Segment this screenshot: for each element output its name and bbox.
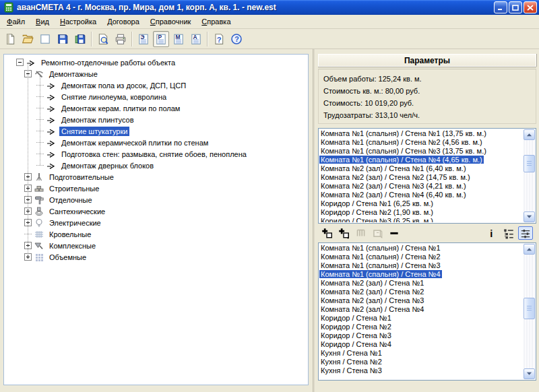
list-item[interactable]: Коридор / Стена №2 (1,90 кв. м.) [319,208,524,217]
tree-node-label[interactable]: Демонтажные [47,69,100,79]
tree-node-label[interactable]: Снятие линолеума, ковролина [59,92,168,102]
tree-work-item[interactable]: Демонтаж керам. плитки по полам [4,102,308,114]
scrollbar-thumb[interactable] [524,155,535,172]
tree-work-item[interactable]: Подготовка стен: размывка, снятие обоев,… [4,148,308,160]
menu-файл[interactable]: Файл [1,15,30,28]
menu-вид[interactable]: Вид [30,15,55,28]
list-item[interactable]: Комната №1 (спальня) / Стена №4 (4,65 кв… [319,156,524,164]
tree-category-комплексные[interactable]: Комплексные [4,240,308,251]
list-item[interactable]: Коридор / Стена №3 [319,331,524,340]
tree-node-label[interactable]: Снятие штукатурки [59,127,129,136]
print-preview-icon[interactable] [95,31,111,47]
new-document-icon[interactable] [2,31,18,47]
parameters-toggle-button[interactable] [518,226,533,240]
list-item[interactable]: Коридор / Стена №1 [319,314,524,323]
panel-splitter[interactable] [309,54,318,385]
tree-node-label[interactable]: Сантехнические [47,207,107,216]
tree-node-label[interactable]: Демонтаж керам. плитки по полам [59,104,182,113]
menu-настройка[interactable]: Настройка [55,15,102,28]
tree-work-item[interactable]: Демонтаж керамической плитки по стенам [4,137,308,148]
tree-node-label[interactable]: Демонтаж пола из досок, ДСП, ЦСП [59,81,188,90]
list-item[interactable]: Комната №2 (зал) / Стена №1 (6,40 кв. м.… [319,164,524,173]
tree-category-кровельные[interactable]: Кровельные [4,228,308,240]
save-icon[interactable] [55,31,71,47]
tree-node-label[interactable]: Подготовка стен: размывка, снятие обоев,… [59,150,249,159]
print-icon[interactable] [113,31,129,47]
tree-node-label[interactable]: Электрические [47,218,103,228]
list-item[interactable]: Коридор / Стена №4 [319,340,524,349]
close-button[interactable] [524,1,537,13]
help-icon[interactable]: ? [211,31,227,47]
tree-work-item[interactable]: Демонтаж плинтусов [4,114,308,125]
add-item-button[interactable] [319,226,334,240]
maximize-button[interactable] [509,1,522,13]
doc-e-button[interactable]: Э [135,31,152,47]
properties-list-button[interactable] [501,226,516,240]
list-item[interactable]: Комната №2 (зал) / Стена №2 [319,288,524,296]
scroll-up-icon[interactable] [524,244,535,255]
list-item[interactable]: Комната №1 (спальня) / Стена №2 [319,253,524,261]
list-item[interactable]: Комната №1 (спальня) / Стена №2 (4,56 кв… [319,138,524,147]
tree-category-строительные[interactable]: Строительные [4,183,308,194]
open-folder-icon[interactable] [20,31,36,47]
rooms-listbox[interactable]: Комната №1 (спальня) / Стена №1Комната №… [318,242,536,381]
list-item[interactable]: Комната №1 (спальня) / Стена №3 (13,75 к… [319,147,524,156]
tree-category-демонтажные[interactable]: Демонтажные [4,68,308,79]
vertical-scrollbar[interactable] [524,244,535,379]
minimize-button[interactable] [494,1,507,13]
remove-item-button[interactable] [387,226,402,240]
collapse-icon[interactable] [16,59,24,66]
tree-node-label[interactable]: Демонтаж керамической плитки по стенам [59,138,210,148]
tree-work-item[interactable]: Демонтаж дверных блоков [4,160,308,171]
list-item[interactable]: Коридор / Стена №2 [319,323,524,331]
tree-node-label[interactable]: Кровельные [47,230,93,239]
tree-node-label[interactable]: Демонтаж плинтусов [59,115,136,125]
list-item[interactable]: Коридор / Стена №3 (6,25 кв. м.) [319,217,524,222]
list-item[interactable]: Кухня / Стена №3 [319,366,524,375]
doc-m-button[interactable]: М [170,31,187,47]
tree-node-label[interactable]: Объемные [47,253,88,262]
list-item[interactable]: Коридор / Стена №1 (6,25 кв. м.) [319,199,524,208]
list-item[interactable]: Комната №2 (зал) / Стена №4 [319,305,524,314]
list-item[interactable]: Комната №2 (зал) / Стена №4 (6,40 кв. м.… [319,191,524,199]
vertical-scrollbar[interactable] [524,129,535,222]
tree-category-объемные[interactable]: Объемные [4,251,308,263]
title-bar[interactable]: аванСМЕТА 4 - г. Москва, пр. Мира, дом 1… [0,0,539,15]
tree-work-item[interactable]: Снятие линолеума, ковролина [4,91,308,102]
save-copy-icon[interactable] [72,31,88,47]
about-icon[interactable]: ? [228,31,245,47]
tree-node-label[interactable]: Демонтаж дверных блоков [59,161,156,170]
list-item[interactable]: Кухня / Стена №2 [319,358,524,366]
walls-listbox[interactable]: Комната №1 (спальня) / Стена №1 (13,75 к… [318,128,536,224]
scroll-down-icon[interactable] [524,368,535,379]
list-item[interactable]: Комната №1 (спальня) / Стена №1 [319,244,524,253]
tree-work-item[interactable]: Снятие штукатурки [4,125,308,137]
list-item[interactable]: Комната №1 (спальня) / Стена №1 (13,75 к… [319,129,524,138]
tree-category-сантехнические[interactable]: Сантехнические [4,205,308,217]
list-item[interactable]: Комната №2 (зал) / Стена №2 (14,75 кв. м… [319,173,524,182]
tree-node-label[interactable]: Подготовительные [47,172,116,182]
tree-node-label[interactable]: Отделочные [47,195,94,205]
tree-category-электрические[interactable]: Электрические [4,217,308,228]
add-group-button[interactable] [336,226,351,240]
scrollbar-thumb[interactable] [524,298,535,319]
doc-r-button[interactable]: Р [153,31,169,47]
list-item[interactable]: Кухня / Стена №1 [319,349,524,358]
list-item[interactable]: Комната №2 (зал) / Стена №3 (4,21 кв. м.… [319,182,524,191]
tree-root[interactable]: Ремонтно-отделочные работы объекта [4,57,308,68]
list-item[interactable]: Комната №1 (спальня) / Стена №4 [319,270,524,279]
menu-справка[interactable]: Справка [196,15,236,28]
tree-category-подготовительные[interactable]: Подготовительные [4,171,308,183]
tree-category-отделочные[interactable]: Отделочные [4,194,308,205]
list-item[interactable]: Комната №2 (зал) / Стена №1 [319,279,524,288]
list-item[interactable]: Комната №1 (спальня) / Стена №3 [319,261,524,270]
doc-a-button[interactable]: А [188,31,204,47]
info-button[interactable]: i [484,226,499,240]
blank-page-icon[interactable] [37,31,53,47]
tree-node-label[interactable]: Комплексные [47,241,98,251]
tree-work-item[interactable]: Демонтаж пола из досок, ДСП, ЦСП [4,79,308,91]
scroll-up-icon[interactable] [524,129,535,140]
tree-node-label[interactable]: Ремонтно-отделочные работы объекта [39,58,177,67]
tree-node-label[interactable]: Строительные [47,184,101,193]
list-item[interactable]: Комната №2 (зал) / Стена №3 [319,296,524,305]
